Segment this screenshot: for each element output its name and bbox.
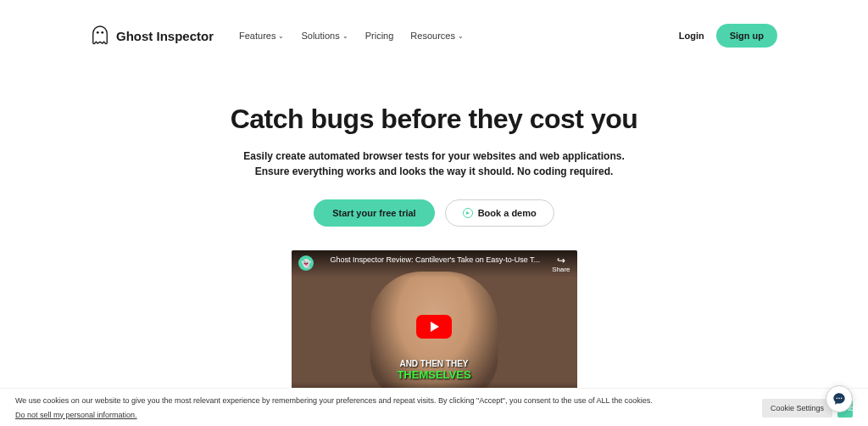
- cookie-text: We use cookies on our website to give yo…: [15, 395, 762, 421]
- header-right: Login Sign up: [679, 24, 777, 48]
- hero-subtitle: Easily create automated browser tests fo…: [0, 149, 868, 179]
- ghost-icon: [91, 25, 109, 47]
- hero-title: Catch bugs before they cost you: [0, 104, 868, 135]
- nav-solutions-label: Solutions: [301, 31, 339, 41]
- book-demo-label: Book a demo: [478, 208, 537, 218]
- hero-section: Catch bugs before they cost you Easily c…: [0, 104, 868, 402]
- logo[interactable]: Ghost Inspector: [91, 25, 214, 47]
- svg-point-4: [841, 398, 843, 400]
- share-label: Share: [552, 266, 570, 273]
- chevron-down-icon: ⌄: [458, 32, 464, 40]
- cookie-settings-button[interactable]: Cookie Settings: [762, 399, 832, 418]
- nav-features[interactable]: Features ⌄: [239, 31, 284, 41]
- nav-solutions[interactable]: Solutions ⌄: [301, 31, 348, 41]
- signup-button[interactable]: Sign up: [716, 24, 777, 48]
- svg-point-0: [97, 31, 99, 34]
- share-button[interactable]: ↪ Share: [552, 255, 570, 273]
- play-icon: [431, 322, 439, 332]
- play-circle-icon: [463, 208, 473, 218]
- share-icon: ↪: [552, 255, 570, 266]
- cta-row: Start your free trial Book a demo: [0, 199, 868, 227]
- video-header: 👻 Ghost Inspector Review: Cantilever's T…: [292, 250, 577, 277]
- nav-resources-label: Resources: [410, 31, 455, 41]
- start-trial-button[interactable]: Start your free trial: [314, 199, 434, 227]
- play-button[interactable]: [416, 315, 452, 339]
- caption-line2: THEMSELVES: [397, 368, 470, 381]
- svg-point-3: [838, 398, 840, 400]
- video-caption: AND THEN THEY THEMSELVES: [397, 359, 470, 381]
- svg-point-2: [837, 398, 838, 400]
- channel-avatar: 👻: [298, 255, 314, 271]
- logo-text: Ghost Inspector: [116, 29, 214, 43]
- video-embed[interactable]: 👻 Ghost Inspector Review: Cantilever's T…: [292, 250, 577, 402]
- login-link[interactable]: Login: [679, 31, 704, 41]
- nav-pricing[interactable]: Pricing: [365, 31, 394, 41]
- chevron-down-icon: ⌄: [278, 32, 284, 40]
- chat-widget[interactable]: [826, 385, 853, 412]
- do-not-sell-link[interactable]: Do not sell my personal information.: [15, 410, 754, 422]
- caption-line1: AND THEN THEY: [397, 359, 470, 368]
- hero-sub-line1: Easily create automated browser tests fo…: [0, 149, 868, 164]
- cookie-banner: We use cookies on our website to give yo…: [0, 388, 868, 426]
- chat-icon: [832, 392, 846, 406]
- nav-pricing-label: Pricing: [365, 31, 394, 41]
- svg-point-1: [101, 31, 103, 34]
- main-nav: Features ⌄ Solutions ⌄ Pricing Resources…: [239, 31, 464, 41]
- cookie-message: We use cookies on our website to give yo…: [15, 396, 653, 405]
- book-demo-button[interactable]: Book a demo: [445, 199, 554, 227]
- hero-sub-line2: Ensure everything works and looks the wa…: [0, 164, 868, 179]
- chevron-down-icon: ⌄: [342, 32, 348, 40]
- video-title: Ghost Inspector Review: Cantilever's Tak…: [319, 255, 553, 264]
- header: Ghost Inspector Features ⌄ Solutions ⌄ P…: [91, 0, 777, 48]
- nav-resources[interactable]: Resources ⌄: [410, 31, 464, 41]
- nav-features-label: Features: [239, 31, 275, 41]
